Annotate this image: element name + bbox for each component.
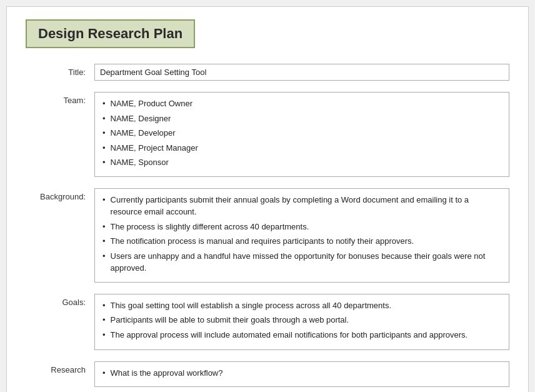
team-field: NAME, Product Owner NAME, Designer NAME,… bbox=[94, 92, 509, 177]
list-item: NAME, Developer bbox=[102, 127, 501, 139]
list-item: Currently participants submit their annu… bbox=[102, 194, 501, 218]
list-item: This goal setting tool will establish a … bbox=[102, 299, 501, 312]
title-label: Title: bbox=[26, 64, 94, 77]
title-input[interactable] bbox=[94, 64, 509, 81]
background-field: Currently participants submit their annu… bbox=[94, 188, 509, 283]
research-label: Research bbox=[26, 361, 94, 374]
list-item: NAME, Product Owner bbox=[102, 98, 501, 110]
research-row: Research What is the approval workflow? bbox=[26, 361, 509, 388]
goals-label: Goals: bbox=[26, 294, 94, 307]
list-item: The process is slightly different across… bbox=[102, 221, 501, 233]
list-item: Participants will be able to submit thei… bbox=[102, 314, 501, 326]
goals-list: This goal setting tool will establish a … bbox=[102, 299, 501, 341]
title-field bbox=[94, 64, 509, 81]
list-item: NAME, Designer bbox=[102, 113, 501, 125]
list-item: NAME, Project Manager bbox=[102, 142, 501, 154]
list-item: The approval process will include automa… bbox=[102, 329, 501, 341]
research-field: What is the approval workflow? bbox=[94, 361, 509, 388]
team-list: NAME, Product Owner NAME, Designer NAME,… bbox=[102, 98, 501, 169]
goals-row: Goals: This goal setting tool will estab… bbox=[26, 294, 509, 350]
background-row: Background: Currently participants submi… bbox=[26, 188, 509, 283]
page-title: Design Research Plan bbox=[26, 19, 195, 48]
list-item: Users are unhappy and a handful have mis… bbox=[102, 250, 501, 274]
background-label: Background: bbox=[26, 188, 94, 201]
title-row: Title: bbox=[26, 64, 509, 81]
team-label: Team: bbox=[26, 92, 94, 105]
team-row: Team: NAME, Product Owner NAME, Designer… bbox=[26, 92, 509, 177]
list-item: What is the approval workflow? bbox=[102, 367, 501, 379]
background-list: Currently participants submit their annu… bbox=[102, 194, 501, 274]
list-item: The notification process is manual and r… bbox=[102, 235, 501, 248]
research-list: What is the approval workflow? bbox=[102, 367, 501, 379]
page-container: Design Research Plan Title: Team: NAME, … bbox=[6, 6, 529, 392]
goals-field: This goal setting tool will establish a … bbox=[94, 294, 509, 350]
list-item: NAME, Sponsor bbox=[102, 156, 501, 169]
